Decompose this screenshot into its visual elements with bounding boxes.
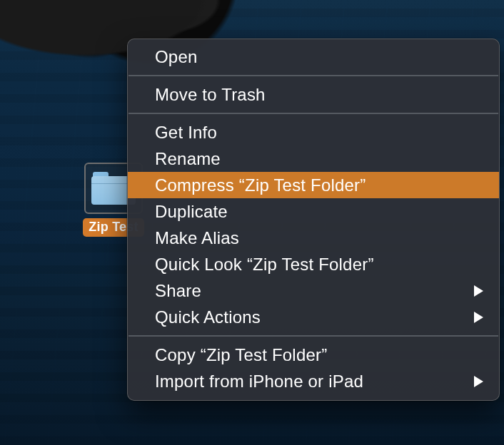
menu-item-label: Open	[155, 48, 198, 66]
menu-item-duplicate[interactable]: Duplicate	[128, 198, 499, 225]
submenu-arrow-icon	[474, 312, 483, 323]
submenu-arrow-icon	[474, 285, 483, 297]
menu-item-move-to-trash[interactable]: Move to Trash	[128, 81, 499, 108]
context-menu: Open Move to Trash Get Info Rename Compr…	[127, 39, 500, 401]
menu-item-label: Move to Trash	[155, 86, 266, 103]
menu-item-label: Duplicate	[155, 203, 228, 220]
menu-item-label: Copy “Zip Test Folder”	[155, 347, 327, 364]
menu-item-label: Compress “Zip Test Folder”	[155, 177, 366, 194]
menu-item-compress[interactable]: Compress “Zip Test Folder”	[128, 172, 499, 198]
menu-item-label: Import from iPhone or iPad	[155, 373, 363, 390]
menu-item-quick-look[interactable]: Quick Look “Zip Test Folder”	[128, 251, 499, 277]
menu-item-label: Quick Actions	[155, 309, 261, 326]
menu-item-label: Make Alias	[155, 230, 239, 247]
menu-separator	[128, 335, 498, 337]
submenu-arrow-icon	[474, 376, 483, 387]
menu-separator	[128, 75, 498, 76]
menu-item-get-info[interactable]: Get Info	[128, 119, 499, 145]
menu-item-label: Get Info	[155, 124, 217, 141]
menu-item-rename[interactable]: Rename	[128, 145, 499, 172]
menu-item-share[interactable]: Share	[128, 277, 499, 304]
menu-item-quick-actions[interactable]: Quick Actions	[128, 304, 499, 330]
menu-separator	[128, 113, 498, 114]
menu-item-label: Rename	[155, 150, 221, 168]
menu-item-label: Quick Look “Zip Test Folder”	[155, 256, 374, 273]
menu-item-import-from-iphone-or-ipad[interactable]: Import from iPhone or iPad	[128, 368, 499, 394]
menu-item-copy[interactable]: Copy “Zip Test Folder”	[128, 342, 499, 368]
menu-item-label: Share	[155, 282, 201, 300]
menu-item-make-alias[interactable]: Make Alias	[128, 225, 499, 251]
menu-item-open[interactable]: Open	[128, 44, 499, 70]
